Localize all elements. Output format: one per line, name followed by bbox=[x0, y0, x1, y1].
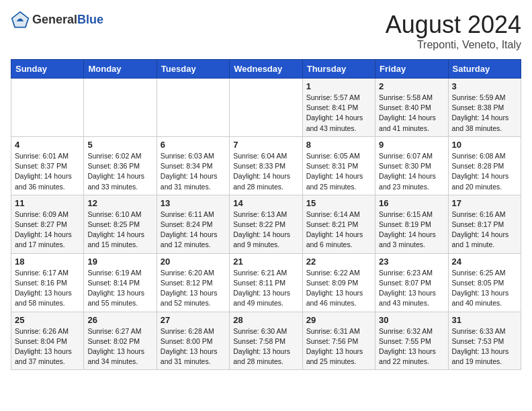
location: Treponti, Veneto, Italy bbox=[386, 39, 521, 51]
day-number: 13 bbox=[161, 198, 226, 208]
day-cell: 2Sunrise: 5:58 AM Sunset: 8:40 PM Daylig… bbox=[375, 79, 448, 137]
day-cell: 26Sunrise: 6:27 AM Sunset: 8:02 PM Dayli… bbox=[84, 312, 157, 370]
day-cell: 22Sunrise: 6:22 AM Sunset: 8:09 PM Dayli… bbox=[302, 253, 375, 312]
day-number: 22 bbox=[306, 257, 371, 267]
day-info: Sunrise: 6:17 AM Sunset: 8:16 PM Dayligh… bbox=[15, 268, 80, 309]
day-cell: 21Sunrise: 6:21 AM Sunset: 8:11 PM Dayli… bbox=[230, 253, 302, 312]
day-number: 15 bbox=[306, 198, 371, 208]
day-cell: 14Sunrise: 6:13 AM Sunset: 8:22 PM Dayli… bbox=[230, 195, 302, 253]
day-number: 6 bbox=[161, 140, 226, 150]
day-info: Sunrise: 6:05 AM Sunset: 8:31 PM Dayligh… bbox=[306, 151, 371, 192]
day-cell: 9Sunrise: 6:07 AM Sunset: 8:30 PM Daylig… bbox=[375, 136, 448, 195]
header-cell-monday: Monday bbox=[84, 60, 157, 79]
logo-blue: Blue bbox=[77, 13, 103, 27]
day-cell: 19Sunrise: 6:19 AM Sunset: 8:14 PM Dayli… bbox=[84, 253, 157, 312]
day-info: Sunrise: 5:58 AM Sunset: 8:40 PM Dayligh… bbox=[379, 93, 444, 134]
day-cell: 20Sunrise: 6:20 AM Sunset: 8:12 PM Dayli… bbox=[157, 253, 229, 312]
day-cell: 17Sunrise: 6:16 AM Sunset: 8:17 PM Dayli… bbox=[448, 195, 521, 253]
day-info: Sunrise: 6:13 AM Sunset: 8:22 PM Dayligh… bbox=[233, 210, 298, 250]
day-info: Sunrise: 6:19 AM Sunset: 8:14 PM Dayligh… bbox=[87, 268, 152, 309]
day-cell: 15Sunrise: 6:14 AM Sunset: 8:21 PM Dayli… bbox=[302, 195, 375, 253]
day-info: Sunrise: 6:27 AM Sunset: 8:02 PM Dayligh… bbox=[87, 326, 152, 367]
day-info: Sunrise: 6:16 AM Sunset: 8:17 PM Dayligh… bbox=[452, 210, 517, 250]
calendar-body: 1Sunrise: 5:57 AM Sunset: 8:41 PM Daylig… bbox=[11, 79, 521, 370]
day-number: 9 bbox=[379, 140, 444, 150]
day-cell: 4Sunrise: 6:01 AM Sunset: 8:37 PM Daylig… bbox=[11, 136, 84, 195]
day-number: 18 bbox=[15, 257, 80, 267]
day-cell: 23Sunrise: 6:23 AM Sunset: 8:07 PM Dayli… bbox=[375, 253, 448, 312]
day-number: 21 bbox=[233, 257, 298, 267]
day-cell bbox=[157, 79, 229, 137]
day-number: 4 bbox=[15, 140, 80, 150]
day-number: 26 bbox=[87, 315, 152, 325]
header-row: SundayMondayTuesdayWednesdayThursdayFrid… bbox=[11, 60, 521, 79]
day-info: Sunrise: 6:28 AM Sunset: 8:00 PM Dayligh… bbox=[161, 326, 226, 367]
day-cell bbox=[230, 79, 302, 137]
day-info: Sunrise: 6:01 AM Sunset: 8:37 PM Dayligh… bbox=[15, 151, 80, 192]
day-info: Sunrise: 5:57 AM Sunset: 8:41 PM Dayligh… bbox=[306, 93, 371, 134]
day-number: 14 bbox=[233, 198, 298, 208]
day-info: Sunrise: 6:14 AM Sunset: 8:21 PM Dayligh… bbox=[306, 210, 371, 250]
day-info: Sunrise: 6:31 AM Sunset: 7:56 PM Dayligh… bbox=[306, 326, 371, 367]
header-cell-wednesday: Wednesday bbox=[230, 60, 302, 79]
day-number: 29 bbox=[306, 315, 371, 325]
day-cell: 6Sunrise: 6:03 AM Sunset: 8:34 PM Daylig… bbox=[157, 136, 229, 195]
day-info: Sunrise: 6:03 AM Sunset: 8:34 PM Dayligh… bbox=[161, 151, 226, 192]
day-info: Sunrise: 6:11 AM Sunset: 8:24 PM Dayligh… bbox=[161, 210, 226, 250]
week-row-5: 25Sunrise: 6:26 AM Sunset: 8:04 PM Dayli… bbox=[11, 312, 521, 370]
day-info: Sunrise: 6:20 AM Sunset: 8:12 PM Dayligh… bbox=[161, 268, 226, 309]
day-number: 24 bbox=[452, 257, 517, 267]
day-cell: 29Sunrise: 6:31 AM Sunset: 7:56 PM Dayli… bbox=[302, 312, 375, 370]
day-cell bbox=[84, 79, 157, 137]
day-info: Sunrise: 6:26 AM Sunset: 8:04 PM Dayligh… bbox=[15, 326, 80, 367]
day-number: 31 bbox=[452, 315, 517, 325]
day-cell: 1Sunrise: 5:57 AM Sunset: 8:41 PM Daylig… bbox=[302, 79, 375, 137]
day-cell: 7Sunrise: 6:04 AM Sunset: 8:33 PM Daylig… bbox=[230, 136, 302, 195]
day-info: Sunrise: 6:23 AM Sunset: 8:07 PM Dayligh… bbox=[379, 268, 444, 309]
logo-general: General bbox=[32, 13, 77, 27]
day-number: 5 bbox=[87, 140, 152, 150]
day-number: 2 bbox=[379, 81, 444, 91]
day-info: Sunrise: 6:30 AM Sunset: 7:58 PM Dayligh… bbox=[233, 326, 298, 367]
day-info: Sunrise: 6:15 AM Sunset: 8:19 PM Dayligh… bbox=[379, 210, 444, 250]
week-row-1: 1Sunrise: 5:57 AM Sunset: 8:41 PM Daylig… bbox=[11, 79, 521, 137]
day-number: 23 bbox=[379, 257, 444, 267]
day-number: 1 bbox=[306, 81, 371, 91]
day-number: 16 bbox=[379, 198, 444, 208]
day-info: Sunrise: 6:04 AM Sunset: 8:33 PM Dayligh… bbox=[233, 151, 298, 192]
day-info: Sunrise: 6:10 AM Sunset: 8:25 PM Dayligh… bbox=[87, 210, 152, 250]
day-info: Sunrise: 6:33 AM Sunset: 7:53 PM Dayligh… bbox=[452, 326, 517, 367]
header-cell-friday: Friday bbox=[375, 60, 448, 79]
day-cell: 13Sunrise: 6:11 AM Sunset: 8:24 PM Dayli… bbox=[157, 195, 229, 253]
day-cell: 12Sunrise: 6:10 AM Sunset: 8:25 PM Dayli… bbox=[84, 195, 157, 253]
header-cell-tuesday: Tuesday bbox=[157, 60, 229, 79]
title-block: August 2024 Treponti, Veneto, Italy bbox=[386, 11, 521, 51]
header-cell-thursday: Thursday bbox=[302, 60, 375, 79]
day-number: 17 bbox=[452, 198, 517, 208]
day-cell: 8Sunrise: 6:05 AM Sunset: 8:31 PM Daylig… bbox=[302, 136, 375, 195]
day-info: Sunrise: 6:21 AM Sunset: 8:11 PM Dayligh… bbox=[233, 268, 298, 309]
day-info: Sunrise: 6:02 AM Sunset: 8:36 PM Dayligh… bbox=[87, 151, 152, 192]
day-number: 3 bbox=[452, 81, 517, 91]
day-number: 28 bbox=[233, 315, 298, 325]
day-number: 30 bbox=[379, 315, 444, 325]
day-cell: 16Sunrise: 6:15 AM Sunset: 8:19 PM Dayli… bbox=[375, 195, 448, 253]
day-number: 11 bbox=[15, 198, 80, 208]
day-number: 20 bbox=[161, 257, 226, 267]
day-cell: 25Sunrise: 6:26 AM Sunset: 8:04 PM Dayli… bbox=[11, 312, 84, 370]
day-info: Sunrise: 6:09 AM Sunset: 8:27 PM Dayligh… bbox=[15, 210, 80, 250]
day-info: Sunrise: 6:32 AM Sunset: 7:55 PM Dayligh… bbox=[379, 326, 444, 367]
day-number: 25 bbox=[15, 315, 80, 325]
page-header: GeneralBlue August 2024 Treponti, Veneto… bbox=[11, 11, 521, 51]
day-cell: 18Sunrise: 6:17 AM Sunset: 8:16 PM Dayli… bbox=[11, 253, 84, 312]
day-info: Sunrise: 6:25 AM Sunset: 8:05 PM Dayligh… bbox=[452, 268, 517, 309]
calendar-table: SundayMondayTuesdayWednesdayThursdayFrid… bbox=[11, 59, 521, 370]
day-info: Sunrise: 6:07 AM Sunset: 8:30 PM Dayligh… bbox=[379, 151, 444, 192]
day-cell: 24Sunrise: 6:25 AM Sunset: 8:05 PM Dayli… bbox=[448, 253, 521, 312]
day-cell: 28Sunrise: 6:30 AM Sunset: 7:58 PM Dayli… bbox=[230, 312, 302, 370]
day-cell: 31Sunrise: 6:33 AM Sunset: 7:53 PM Dayli… bbox=[448, 312, 521, 370]
header-cell-sunday: Sunday bbox=[11, 60, 84, 79]
week-row-4: 18Sunrise: 6:17 AM Sunset: 8:16 PM Dayli… bbox=[11, 253, 521, 312]
month-year: August 2024 bbox=[386, 11, 521, 39]
day-number: 19 bbox=[87, 257, 152, 267]
